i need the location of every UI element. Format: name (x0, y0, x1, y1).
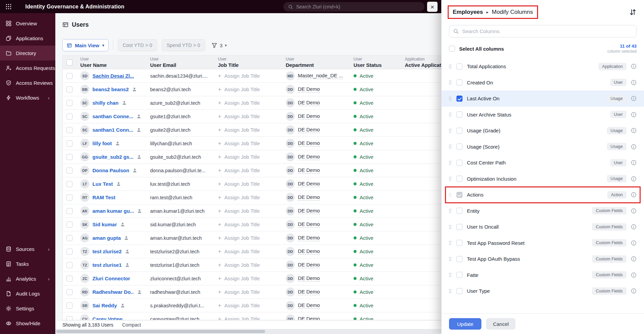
global-search-input[interactable]: Search Zluri (cmd+k) (283, 2, 424, 11)
drag-handle-icon[interactable] (448, 288, 452, 294)
assign-job-title-button[interactable]: +Assign Job Title (214, 96, 282, 109)
department-name[interactable]: DE Demo (298, 100, 320, 106)
department-name[interactable]: DE Demo (298, 167, 320, 174)
column-checkbox[interactable] (456, 96, 463, 102)
user-name-link[interactable]: test zlurise2 (92, 249, 122, 254)
assign-job-title-button[interactable]: +Assign Job Title (214, 177, 282, 190)
department-name[interactable]: DE Demo (298, 262, 320, 268)
assign-job-title-button[interactable]: +Assign Job Title (214, 123, 282, 136)
update-button[interactable]: Update (449, 318, 481, 330)
column-header-user-email[interactable]: UserUser Email (146, 56, 214, 69)
drag-handle-icon[interactable] (448, 256, 452, 262)
column-item-test-app-oauth-bypass[interactable]: Test App OAuth BypassCustom Fields (442, 251, 644, 267)
drag-handle-icon[interactable] (448, 272, 452, 278)
drag-handle-icon[interactable] (448, 80, 452, 85)
row-checkbox[interactable] (66, 276, 73, 282)
assign-job-title-button[interactable]: +Assign Job Title (214, 204, 282, 217)
column-checkbox[interactable] (456, 224, 463, 230)
row-checkbox[interactable] (66, 168, 73, 174)
row-checkbox[interactable] (66, 86, 73, 93)
sidebar-item-workflows[interactable]: Workflows› (0, 90, 55, 105)
breadcrumb-employees[interactable]: Employees (453, 9, 483, 16)
row-checkbox[interactable] (66, 127, 73, 133)
user-name-link[interactable]: Sai Reddy (92, 303, 117, 308)
user-name-link[interactable]: lilly foot (92, 140, 112, 146)
user-name-link[interactable]: Donna Paulson (92, 168, 129, 173)
column-item-usage-grade[interactable]: Usage (Grade)Usage (442, 123, 644, 139)
column-checkbox[interactable] (456, 208, 463, 214)
assign-job-title-button[interactable]: +Assign Job Title (214, 110, 282, 123)
drag-handle-icon[interactable] (448, 192, 452, 198)
column-checkbox[interactable] (456, 111, 463, 118)
user-name-link[interactable]: test zlurise1 (92, 262, 122, 268)
row-checkbox[interactable] (66, 262, 73, 268)
row-checkbox[interactable] (66, 249, 73, 255)
column-checkbox[interactable] (456, 128, 463, 134)
department-name[interactable]: DE Demo (298, 86, 320, 93)
sidebar-item-applications[interactable]: Applications (0, 31, 55, 46)
row-checkbox[interactable] (66, 73, 73, 79)
column-checkbox[interactable] (456, 272, 463, 278)
assign-job-title-button[interactable]: +Assign Job Title (214, 231, 282, 245)
user-name-link[interactable]: beans2 beans2 (92, 86, 129, 92)
column-checkbox[interactable] (456, 256, 463, 262)
column-item-fatte[interactable]: FatteCustom Fields (442, 267, 644, 283)
department-name[interactable]: DE Demo (298, 181, 320, 187)
scrollbar-thumb[interactable] (56, 330, 265, 333)
assign-job-title-button[interactable]: +Assign Job Title (214, 164, 282, 177)
row-checkbox[interactable] (66, 316, 73, 320)
filter-pill-spend-ytd[interactable]: Spend YTD > 0 (162, 39, 205, 51)
sidebar-item-analytics[interactable]: Analytics› (0, 271, 55, 286)
department-name[interactable]: DE Demo (298, 194, 320, 201)
row-checkbox[interactable] (66, 181, 73, 187)
department-name[interactable]: DE Demo (298, 316, 320, 320)
column-header-department[interactable]: UserDepartment (282, 56, 349, 69)
department-name[interactable]: DE Demo (298, 302, 320, 309)
row-checkbox[interactable] (66, 113, 73, 120)
row-checkbox[interactable] (66, 235, 73, 241)
density-toggle[interactable]: Compact (122, 322, 141, 328)
assign-job-title-button[interactable]: +Assign Job Title (214, 299, 282, 312)
column-item-usage-score[interactable]: Usage (Score)Usage (442, 139, 644, 155)
user-name-link[interactable]: santhan1 Conn... (92, 127, 133, 133)
column-item-user-is-oncall[interactable]: User Is OncallCustom Fields (442, 219, 644, 235)
user-name-link[interactable]: Carey Votaw (92, 316, 122, 320)
column-checkbox[interactable] (456, 144, 463, 150)
sidebar-item-settings[interactable]: Settings (0, 301, 55, 316)
user-name-link[interactable]: Lux Test (92, 181, 113, 187)
assign-job-title-button[interactable]: +Assign Job Title (214, 245, 282, 258)
column-item-user-archive-status[interactable]: User Archive StatusUser (442, 107, 644, 123)
sidebar-item-access-reviews[interactable]: Access Reviews (0, 75, 55, 90)
department-name[interactable]: Master_node_DE ... (298, 73, 343, 79)
user-name-link[interactable]: shilly chan (92, 100, 119, 106)
drawer-close-button[interactable]: × (427, 2, 438, 12)
department-name[interactable]: DE Demo (298, 127, 320, 133)
column-header-user-name[interactable]: UserUser Name (76, 56, 146, 69)
user-name-link[interactable]: Sid kumar (92, 222, 117, 227)
sidebar-item-directory[interactable]: Directory (0, 46, 55, 60)
drag-handle-icon[interactable] (448, 160, 452, 165)
column-item-entity[interactable]: EntityCustom Fields (442, 203, 644, 219)
sidebar-item-audit-logs[interactable]: Audit Logs (0, 286, 55, 301)
column-checkbox[interactable] (456, 288, 463, 294)
assign-job-title-button[interactable]: +Assign Job Title (214, 69, 282, 82)
sidebar-item-tasks[interactable]: Tasks (0, 256, 55, 271)
assign-job-title-button[interactable]: +Assign Job Title (214, 150, 282, 163)
sidebar-item-access-requests[interactable]: Access Requests (0, 60, 55, 75)
select-all-rows-checkbox[interactable] (66, 59, 73, 66)
drag-handle-icon[interactable] (448, 176, 452, 181)
assign-job-title-button[interactable]: +Assign Job Title (214, 137, 282, 150)
drag-handle-icon[interactable] (448, 112, 452, 117)
column-item-user-type[interactable]: User TypeCustom Fields (442, 283, 644, 299)
department-name[interactable]: DE Demo (298, 140, 320, 147)
assign-job-title-button[interactable]: +Assign Job Title (214, 218, 282, 231)
assign-job-title-button[interactable]: +Assign Job Title (214, 83, 282, 96)
column-checkbox[interactable] (456, 63, 463, 70)
row-checkbox[interactable] (66, 195, 73, 201)
column-header-user-status[interactable]: UserUser Status (349, 56, 401, 69)
row-checkbox[interactable] (66, 154, 73, 160)
assign-job-title-button[interactable]: +Assign Job Title (214, 285, 282, 299)
column-item-total-applications[interactable]: Total ApplicationsApplication (442, 58, 644, 75)
assign-job-title-button[interactable]: +Assign Job Title (214, 258, 282, 272)
row-checkbox[interactable] (66, 140, 73, 147)
